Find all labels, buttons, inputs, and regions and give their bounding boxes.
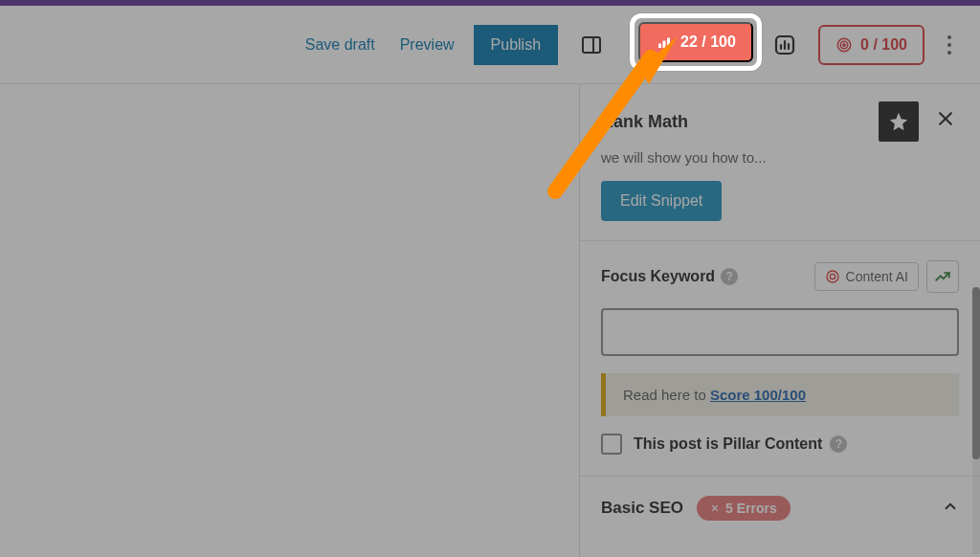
pillar-label: This post is Pillar Content ? xyxy=(634,435,847,453)
pillar-checkbox[interactable] xyxy=(601,434,622,455)
content-ai-button[interactable]: Content AI xyxy=(814,262,919,291)
score-guide-link[interactable]: Score 100/100 xyxy=(710,387,806,403)
star-button[interactable] xyxy=(879,101,919,142)
help-icon[interactable]: ? xyxy=(721,268,738,285)
focus-keyword-input[interactable] xyxy=(601,308,959,356)
secondary-score-pill[interactable]: 0 / 100 xyxy=(818,25,924,65)
editor-toolbar: Save draft Preview Publish 0 / 100 xyxy=(0,6,980,84)
svg-point-11 xyxy=(827,271,838,282)
help-icon[interactable]: ? xyxy=(830,435,847,453)
save-draft-button[interactable]: Save draft xyxy=(300,29,381,61)
sidebar-title: Rank Math xyxy=(601,112,688,132)
secondary-score-text: 0 / 100 xyxy=(860,36,907,54)
scrollbar-thumb[interactable] xyxy=(972,287,980,459)
score-banner: Read here to Score 100/100 xyxy=(601,373,959,416)
sidebar-toggle-icon[interactable] xyxy=(571,25,612,65)
sidebar-header: Rank Math xyxy=(580,84,980,149)
chevron-up-icon[interactable] xyxy=(942,498,959,519)
basic-seo-title: Basic SEO xyxy=(601,499,683,518)
main-area: Rank Math we will show you how to... Edi… xyxy=(0,84,980,557)
pillar-content-row: This post is Pillar Content ? xyxy=(580,434,980,477)
preview-button[interactable]: Preview xyxy=(394,29,460,61)
snippet-preview-text: we will show you how to... xyxy=(601,149,959,166)
focus-keyword-header: Focus Keyword ? Content AI xyxy=(580,241,980,308)
svg-point-8 xyxy=(843,43,845,45)
snippet-section: we will show you how to... Edit Snippet xyxy=(580,149,980,241)
score-highlight-zone: 22 / 100 xyxy=(630,13,762,71)
focus-keyword-label: Focus Keyword ? xyxy=(601,268,738,285)
edit-snippet-button[interactable]: Edit Snippet xyxy=(601,181,722,221)
trending-button[interactable] xyxy=(926,260,959,293)
svg-rect-17 xyxy=(667,38,670,49)
svg-point-12 xyxy=(830,274,835,278)
editor-canvas[interactable] xyxy=(0,84,580,557)
main-score-text: 22 / 100 xyxy=(680,33,736,51)
scrollbar[interactable] xyxy=(972,287,980,555)
basic-seo-row[interactable]: Basic SEO 5 Errors xyxy=(580,477,980,540)
svg-rect-16 xyxy=(663,41,666,49)
publish-button[interactable]: Publish xyxy=(474,25,558,65)
more-options-icon[interactable] xyxy=(938,26,961,64)
analytics-icon[interactable] xyxy=(765,25,805,65)
close-sidebar-button[interactable] xyxy=(932,105,959,138)
errors-pill: 5 Errors xyxy=(697,496,791,521)
main-score-pill[interactable]: 22 / 100 xyxy=(638,22,753,62)
svg-rect-0 xyxy=(583,37,600,53)
svg-rect-15 xyxy=(658,44,661,49)
rank-math-sidebar: Rank Math we will show you how to... Edi… xyxy=(580,84,980,557)
